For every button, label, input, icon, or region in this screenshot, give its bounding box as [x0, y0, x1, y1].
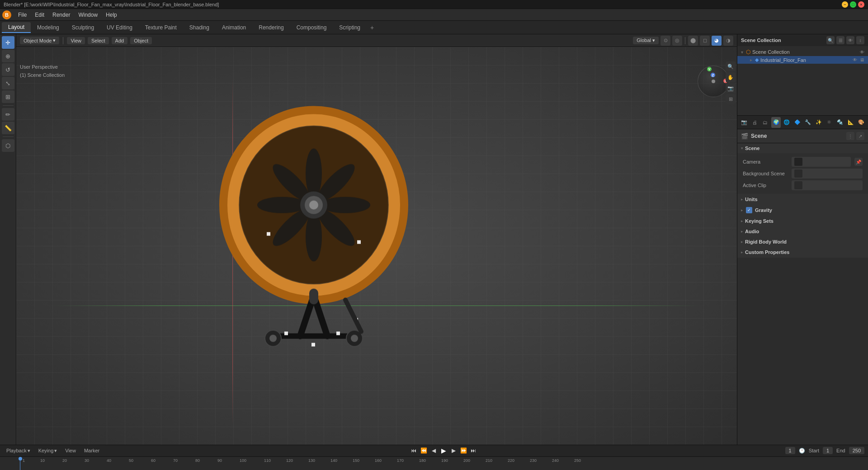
tool-rotate[interactable]: ↺	[2, 63, 14, 76]
close-button[interactable]: ×	[858, 1, 864, 8]
menu-window[interactable]: Window	[75, 11, 101, 19]
tab-compositing[interactable]: Compositing	[290, 23, 333, 33]
prop-material-icon[interactable]: 🎨	[856, 117, 866, 128]
section-audio-header[interactable]: ▸ Audio	[737, 226, 868, 236]
tl-next-keyframe[interactable]: ⏩	[459, 446, 468, 455]
section-units-header[interactable]: ▸ Units	[737, 194, 868, 204]
tool-add[interactable]: ⬡	[2, 139, 14, 152]
outliner-filter-btn[interactable]: ☰	[836, 36, 844, 44]
tl-next-frame[interactable]: ▶	[449, 446, 458, 455]
nav-center[interactable]	[712, 80, 715, 83]
hand-tool-btn[interactable]: ✋	[726, 72, 736, 82]
section-rigid-body-header[interactable]: ▸ Rigid Body World	[737, 237, 868, 247]
camera-label: Camera	[743, 159, 788, 164]
prop-physics-icon[interactable]: ⚛	[825, 117, 835, 128]
proportional-edit-toggle[interactable]: ◎	[672, 36, 682, 46]
tl-prev-frame[interactable]: ◀	[429, 446, 438, 455]
grid-view-btn[interactable]: ⊞	[726, 94, 736, 104]
viewport-mode-dropdown[interactable]: Object Mode ▾	[20, 37, 59, 44]
tl-keying-menu[interactable]: Keying ▾	[36, 447, 60, 455]
fan-render-icon[interactable]: 🖥	[860, 57, 864, 62]
minimize-button[interactable]: −	[842, 1, 848, 8]
tab-modeling[interactable]: Modeling	[31, 23, 66, 33]
menu-edit[interactable]: Edit	[31, 11, 48, 19]
gravity-checkbox[interactable]: ✓	[746, 207, 752, 213]
camera-pin-btn[interactable]: 📌	[854, 158, 863, 166]
section-gravity-header[interactable]: ▸ ✓ Gravity	[737, 205, 868, 216]
viewport-add-menu[interactable]: Add	[112, 37, 128, 44]
section-keying-sets-header[interactable]: ▸ Keying Sets	[737, 216, 868, 226]
current-frame-display[interactable]: 1	[785, 447, 795, 454]
snap-toggle[interactable]: ⊙	[660, 36, 670, 46]
zoom-in-btn[interactable]: 🔍	[726, 61, 736, 71]
tool-cursor[interactable]: ✛	[2, 36, 14, 49]
maximize-button[interactable]: □	[850, 1, 856, 8]
prop-particles-icon[interactable]: ✨	[814, 117, 824, 128]
bg-scene-value[interactable]	[792, 169, 863, 179]
tab-texture-paint[interactable]: Texture Paint	[139, 23, 183, 33]
outliner-hide-btn[interactable]: ↕	[856, 36, 864, 44]
section-custom-props-header[interactable]: ▸ Custom Properties	[737, 247, 868, 257]
prop-output-icon[interactable]: 🖨	[750, 117, 760, 128]
frame-marker-100: 100	[240, 458, 246, 463]
nav-z-axis[interactable]: Z	[711, 73, 715, 77]
tool-move[interactable]: ⊕	[2, 50, 14, 62]
tab-rendering[interactable]: Rendering	[252, 23, 290, 33]
viewport-canvas[interactable]: User Perspective (1) Scene Collection X …	[16, 47, 737, 445]
outliner-eye-btn[interactable]: 👁	[846, 36, 854, 44]
viewport-shading-solid[interactable]: ⬤	[688, 36, 698, 46]
prop-render-icon[interactable]: 📷	[739, 117, 749, 128]
viewport-shading-material[interactable]: ◕	[712, 36, 722, 46]
tl-playback-menu[interactable]: Playback ▾	[4, 447, 33, 455]
prop-data-icon[interactable]: 📐	[846, 117, 856, 128]
timeline-track-area[interactable]: 1 10 20 30 40 50 60 70 80 90 100 110 120…	[0, 457, 868, 470]
camera-view-btn[interactable]: 📷	[726, 83, 736, 93]
tool-scale[interactable]: ⤡	[2, 77, 14, 89]
section-scene-header[interactable]: ▾ Scene	[737, 143, 868, 153]
tab-animation[interactable]: Animation	[216, 23, 252, 33]
prop-world-icon[interactable]: 🌐	[782, 117, 792, 128]
end-frame-input[interactable]: 250	[849, 447, 864, 454]
prop-modifier-icon[interactable]: 🔧	[803, 117, 813, 128]
outliner-item-fan[interactable]: ▸ ◆ Industrial_Floor_Fan 👁 🖥	[737, 56, 868, 64]
fan-eye-icon[interactable]: 👁	[853, 57, 857, 62]
viewport-select-menu[interactable]: Select	[88, 37, 109, 44]
viewport-shading-wireframe[interactable]: ◻	[700, 36, 710, 46]
active-clip-value[interactable]	[792, 180, 863, 190]
viewport-view-menu[interactable]: View	[67, 37, 85, 44]
menu-help[interactable]: Help	[102, 11, 121, 19]
global-local-dropdown[interactable]: Global ▾	[633, 37, 659, 44]
eye-icon[interactable]: 👁	[860, 50, 864, 55]
outliner-item-scene-collection[interactable]: ▾ ⬡ Scene Collection 👁	[737, 48, 868, 56]
tl-view-menu[interactable]: View	[62, 447, 79, 454]
nav-y-axis[interactable]: Y	[707, 67, 712, 71]
menu-file[interactable]: File	[14, 11, 30, 19]
viewport-shading-render[interactable]: ◑	[723, 36, 733, 46]
tab-scripting[interactable]: Scripting	[333, 23, 367, 33]
tl-marker-menu[interactable]: Marker	[81, 447, 102, 454]
tab-sculpting[interactable]: Sculpting	[66, 23, 100, 33]
tl-jump-start[interactable]: ⏮	[409, 446, 418, 455]
tab-layout[interactable]: Layout	[2, 22, 31, 33]
prop-view-layer-icon[interactable]: 🗂	[760, 117, 770, 128]
prop-object-icon[interactable]: 🔷	[793, 117, 802, 128]
viewport-object-menu[interactable]: Object	[130, 37, 152, 44]
prop-scene-icon[interactable]: 🌍	[771, 117, 781, 128]
add-workspace-button[interactable]: +	[367, 22, 377, 33]
tab-shading[interactable]: Shading	[183, 23, 216, 33]
tl-play-pause[interactable]: ▶	[439, 446, 448, 455]
tool-annotate[interactable]: ✏	[2, 108, 14, 121]
viewport[interactable]: Object Mode ▾ View Select Add Object Glo…	[16, 34, 737, 445]
menu-render[interactable]: Render	[49, 11, 74, 19]
prop-constraints-icon[interactable]: 🔩	[835, 117, 845, 128]
tab-uv-editing[interactable]: UV Editing	[100, 23, 139, 33]
camera-value[interactable]	[792, 157, 851, 167]
tool-measure[interactable]: 📏	[2, 122, 14, 134]
outliner-search-btn[interactable]: 🔍	[826, 36, 835, 44]
scene-options-btn[interactable]: ⋮	[846, 132, 854, 140]
start-frame-input[interactable]: 1	[823, 447, 833, 454]
tl-prev-keyframe[interactable]: ⏪	[419, 446, 428, 455]
tl-jump-end[interactable]: ⏭	[469, 446, 478, 455]
tool-transform[interactable]: ⊞	[2, 90, 14, 103]
scene-expand-btn[interactable]: ↗	[856, 132, 864, 140]
